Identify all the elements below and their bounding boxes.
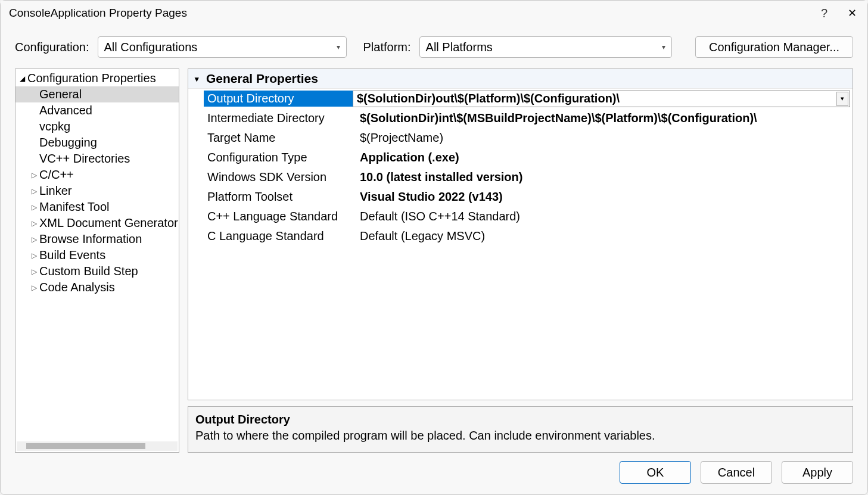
property-row[interactable]: Intermediate Directory$(SolutionDir)int\…: [188, 108, 853, 128]
tree-item-label: C/C++: [39, 168, 74, 182]
property-value-cell[interactable]: Default (ISO C++14 Standard): [356, 208, 850, 225]
window-title: ConsoleApplication Property Pages: [9, 7, 187, 20]
right-pane: ▾ General Properties Output Directory$(S…: [188, 69, 853, 453]
property-value-cell[interactable]: $(ProjectName): [356, 130, 850, 146]
help-icon[interactable]: ?: [821, 7, 827, 20]
group-header[interactable]: ▾ General Properties: [188, 69, 853, 89]
expand-icon[interactable]: ▷: [30, 203, 38, 211]
property-label: Platform Toolset: [207, 189, 356, 205]
chevron-down-icon[interactable]: ▾: [192, 74, 201, 83]
scrollbar-thumb[interactable]: [26, 443, 145, 449]
tree-item[interactable]: Debugging: [15, 135, 179, 151]
cancel-button[interactable]: Cancel: [701, 461, 772, 484]
tree-root-label: Configuration Properties: [27, 71, 156, 85]
property-row[interactable]: Output Directory$(SolutionDir)out\$(Plat…: [188, 89, 853, 108]
tree-item-label: XML Document Generator: [39, 216, 178, 230]
collapse-icon[interactable]: ◢: [18, 74, 26, 83]
property-value: Visual Studio 2022 (v143): [356, 189, 850, 205]
titlebar-controls: ? ✕: [821, 5, 859, 21]
expand-icon[interactable]: ▷: [30, 235, 38, 244]
property-label: Windows SDK Version: [207, 169, 356, 185]
category-tree[interactable]: ◢ Configuration Properties GeneralAdvanc…: [15, 69, 179, 453]
property-value-cell[interactable]: 10.0 (latest installed version): [356, 169, 850, 185]
property-value: Default (ISO C++14 Standard): [356, 208, 850, 225]
property-dropdown-button[interactable]: ▾: [836, 92, 848, 106]
tree-item-label: Manifest Tool: [39, 200, 109, 214]
description-text: Path to where the compiled program will …: [195, 429, 845, 443]
expand-icon[interactable]: ▷: [30, 251, 38, 260]
expand-icon[interactable]: ▷: [30, 267, 38, 276]
tree-item[interactable]: vcpkg: [15, 119, 179, 135]
expand-icon[interactable]: ▷: [30, 284, 38, 292]
tree-item[interactable]: ▷Manifest Tool: [15, 199, 179, 215]
property-label: Configuration Type: [207, 150, 356, 166]
tree-item[interactable]: ▷Browse Information: [15, 231, 179, 247]
property-grid[interactable]: ▾ General Properties Output Directory$(S…: [188, 69, 853, 400]
tree-item-label: Build Events: [39, 248, 105, 262]
tree-item[interactable]: ▷Custom Build Step: [15, 263, 179, 279]
group-header-label: General Properties: [206, 71, 318, 86]
platform-label: Platform:: [363, 41, 411, 54]
tree-item-label: Advanced: [39, 104, 92, 117]
tree-root[interactable]: ◢ Configuration Properties: [15, 70, 179, 86]
platform-value: All Platforms: [426, 41, 493, 54]
tree-item-label: vcpkg: [39, 120, 70, 133]
property-value-cell[interactable]: $(SolutionDir)out\$(Platform)\$(Configur…: [353, 91, 850, 107]
titlebar: ConsoleApplication Property Pages ? ✕: [1, 1, 867, 26]
tree-item-label: Browse Information: [39, 232, 142, 246]
tree-item-label: Code Analysis: [39, 281, 115, 294]
property-value-cell[interactable]: Visual Studio 2022 (v143): [356, 189, 850, 205]
tree-item[interactable]: ▷XML Document Generator: [15, 215, 179, 231]
chevron-down-icon: ▾: [841, 95, 844, 102]
property-value: $(SolutionDir)int\$(MSBuildProjectName)\…: [356, 110, 850, 126]
property-value-cell[interactable]: Default (Legacy MSVC): [356, 228, 850, 244]
close-icon[interactable]: ✕: [845, 5, 859, 21]
expand-icon[interactable]: ▷: [30, 187, 38, 195]
property-label: C Language Standard: [207, 228, 356, 244]
tree-item[interactable]: ▷Build Events: [15, 247, 179, 263]
platform-dropdown[interactable]: All Platforms ▾: [419, 36, 672, 58]
tree-item-label: Custom Build Step: [39, 264, 138, 278]
description-title: Output Directory: [195, 413, 845, 426]
property-value: $(SolutionDir)out\$(Platform)\$(Configur…: [353, 91, 836, 107]
tree-item-label: Linker: [39, 184, 71, 198]
chevron-down-icon: ▾: [662, 43, 665, 51]
property-value: $(ProjectName): [356, 130, 850, 146]
property-row[interactable]: C Language StandardDefault (Legacy MSVC): [188, 226, 853, 246]
tree-item[interactable]: VC++ Directories: [15, 151, 179, 167]
configuration-value: All Configurations: [104, 41, 198, 54]
dialog-buttons: OK Cancel Apply: [1, 453, 867, 494]
property-label: Intermediate Directory: [207, 110, 356, 126]
property-value: Default (Legacy MSVC): [356, 228, 850, 244]
property-pages-dialog: ConsoleApplication Property Pages ? ✕ Co…: [0, 0, 868, 495]
configuration-manager-button[interactable]: Configuration Manager...: [695, 36, 853, 58]
expand-icon[interactable]: ▷: [30, 219, 38, 228]
tree-item-label: Debugging: [39, 136, 97, 150]
property-row[interactable]: Configuration TypeApplication (.exe): [188, 148, 853, 167]
ok-button[interactable]: OK: [620, 461, 691, 484]
property-row[interactable]: Platform ToolsetVisual Studio 2022 (v143…: [188, 187, 853, 207]
property-value-cell[interactable]: Application (.exe): [356, 150, 850, 166]
property-label: C++ Language Standard: [207, 208, 356, 225]
config-toolbar: Configuration: All Configurations ▾ Plat…: [1, 26, 867, 63]
configuration-dropdown[interactable]: All Configurations ▾: [98, 36, 347, 58]
tree-item[interactable]: ▷Code Analysis: [15, 279, 179, 295]
content-area: ◢ Configuration Properties GeneralAdvanc…: [1, 63, 867, 453]
scrollbar-horizontal[interactable]: [17, 441, 178, 451]
apply-button[interactable]: Apply: [782, 461, 853, 484]
tree-item[interactable]: ▷C/C++: [15, 167, 179, 183]
tree-item[interactable]: ▷Linker: [15, 183, 179, 199]
property-value: 10.0 (latest installed version): [356, 169, 850, 185]
property-row[interactable]: Windows SDK Version10.0 (latest installe…: [188, 167, 853, 187]
property-row[interactable]: C++ Language StandardDefault (ISO C++14 …: [188, 207, 853, 226]
expand-icon[interactable]: ▷: [30, 171, 38, 179]
tree-item[interactable]: Advanced: [15, 102, 179, 119]
configuration-label: Configuration:: [15, 41, 89, 54]
description-panel: Output Directory Path to where the compi…: [188, 406, 853, 453]
tree-item[interactable]: General: [15, 86, 179, 102]
property-value-cell[interactable]: $(SolutionDir)int\$(MSBuildProjectName)\…: [356, 110, 850, 126]
property-row[interactable]: Target Name$(ProjectName): [188, 128, 853, 148]
property-value: Application (.exe): [356, 150, 850, 166]
property-label: Output Directory: [204, 91, 353, 107]
chevron-down-icon: ▾: [337, 43, 340, 51]
